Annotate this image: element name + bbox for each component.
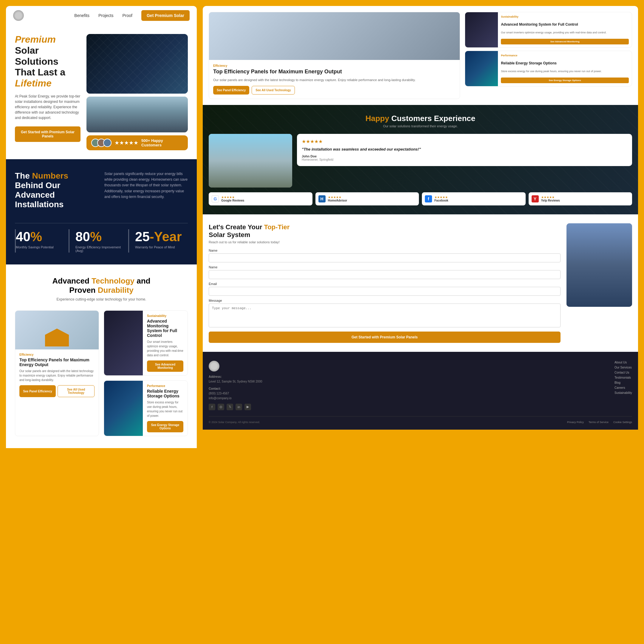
stats-description: Solar panels significantly reduce your e…	[104, 171, 188, 200]
hero-section: Premium Solar Solutions That Last a Life…	[6, 25, 197, 159]
testimonial-house-graphic	[209, 134, 292, 188]
facebook-stars: ★★★★★	[434, 196, 448, 199]
mini-desc-monitoring: Our smart inverters optimize energy usag…	[501, 31, 629, 35]
testimonials-section: Happy Customers Experience Our solar sol…	[203, 105, 638, 214]
footer-privacy-policy[interactable]: Privacy Policy	[567, 421, 584, 424]
navigation: Benefits Projects Proof Get Premium Sola…	[6, 6, 197, 25]
contact-form: Let's Create Your Top-TierSolar System R…	[209, 223, 561, 343]
testimonial-quote: "The installation was seamless and excee…	[302, 147, 627, 152]
product-tag-efficiency: Efficiency	[213, 64, 456, 67]
testimonial-quote-box: ★★★★★ "The installation was seamless and…	[297, 134, 632, 166]
house-graphic	[15, 311, 99, 349]
yelp-platform[interactable]: Y ★★★★★ Yelp Reviews	[529, 192, 632, 205]
contact-image	[566, 223, 632, 307]
product-cards-small-stack: Sustainability Advanced Monitoring Syste…	[465, 12, 632, 99]
footer-links: About Us Our Services Contact Us Testimo…	[277, 361, 632, 394]
product-panels-body: Efficiency Top Efficiency Panels for Max…	[209, 60, 460, 99]
nav-projects[interactable]: Projects	[98, 13, 114, 18]
tech-card-panels-body: Efficiency Top Efficiency Panels for Max…	[15, 349, 99, 401]
stat-efficiency-label: Energy Efficiency Improvement (Avg)	[75, 245, 122, 253]
tech-grid: Efficiency Top Efficiency Panels for Max…	[15, 310, 188, 436]
nav-links: Benefits Projects Proof Get Premium Sola…	[74, 10, 190, 21]
footer-bottom: © 2024 Solar Company. All rights reserve…	[209, 416, 632, 424]
email-input[interactable]	[209, 287, 561, 296]
stats-title: The Numbers Behind OurAdvanced Installat…	[15, 171, 98, 209]
mini-desc-storage: Store excess energy for use during peak …	[501, 69, 629, 73]
right-see-panel-efficiency-button[interactable]: See Panel Efficiency	[213, 86, 249, 95]
youtube-social-icon[interactable]: ▶	[244, 404, 251, 410]
testimonial-stars: ★★★★★	[302, 139, 627, 144]
footer-link-column: About Us Our Services Contact Us Testimo…	[614, 361, 632, 394]
product-card-storage-mini: Performance Reliable Energy Storage Opti…	[465, 51, 632, 86]
name1-input[interactable]	[209, 253, 561, 262]
footer-link-contact[interactable]: Contact Us	[614, 371, 632, 374]
nav-benefits[interactable]: Benefits	[74, 13, 89, 18]
nav-cta-button[interactable]: Get Premium Solar	[141, 10, 190, 21]
stat-efficiency: 80% Energy Efficiency Improvement (Avg)	[69, 229, 128, 253]
twitter-social-icon[interactable]: 𝕏	[227, 404, 233, 410]
product-panels-image	[209, 12, 460, 60]
right-see-all-technology-button[interactable]: See All Used Technology	[252, 86, 295, 95]
message-label: Message	[209, 299, 561, 302]
name2-label: Name	[209, 265, 561, 269]
tech-right-column: Sustainability Advanced Monitoring Syste…	[104, 310, 188, 436]
footer-link-sustainability[interactable]: Sustainability	[614, 391, 632, 394]
footer-link-about[interactable]: About Us	[614, 361, 632, 364]
hero-stars: ★★★★★	[114, 140, 138, 146]
yelp-icon: Y	[532, 195, 539, 202]
hero-cta-button[interactable]: Get Started with Premium Solar Panels	[15, 126, 81, 142]
footer-address-text: Level 12, Sample St, Sydney NSW 2000	[209, 380, 262, 383]
footer-cookie-settings[interactable]: Cookie Settings	[613, 421, 632, 424]
contact-section: Let's Create Your Top-TierSolar System R…	[203, 214, 638, 352]
stats-title-gold: Numbers	[32, 171, 68, 180]
yelp-stars: ★★★★★	[541, 196, 560, 199]
avatar-3	[103, 139, 112, 147]
see-panel-efficiency-button[interactable]: See Panel Efficiency	[19, 385, 56, 397]
homeadvisor-platform[interactable]: H ★★★★★ HomeAdvisor	[315, 192, 419, 205]
contact-title: Let's Create Your Top-TierSolar System	[209, 223, 561, 239]
nav-proof[interactable]: Proof	[122, 13, 132, 18]
footer-address: Address: Level 12, Sample St, Sydney NSW…	[209, 374, 268, 384]
tech-card-panels: Efficiency Top Efficiency Panels for Max…	[15, 310, 99, 436]
product-card-monitoring-mini: Sustainability Advanced Monitoring Syste…	[465, 12, 632, 48]
linkedin-social-icon[interactable]: in	[236, 404, 242, 410]
footer-link-testimonials[interactable]: Testimonials	[614, 376, 632, 379]
right-see-energy-storage-button[interactable]: See Energy Storage Options	[501, 78, 629, 83]
facebook-social-icon[interactable]: f	[209, 404, 215, 410]
contact-submit-button[interactable]: Get Started with Premium Solar Panels	[209, 332, 561, 343]
see-energy-storage-button[interactable]: See Energy Storage Options	[147, 421, 183, 432]
tech-tag-performance: Performance	[147, 384, 183, 388]
footer-link-careers[interactable]: Careers	[614, 386, 632, 389]
product-storage-mini-body: Performance Reliable Energy Storage Opti…	[498, 51, 632, 86]
name1-label: Name	[209, 249, 561, 252]
stat-savings: 40% Monthly Savings Potential	[15, 229, 69, 253]
stat-savings-label: Monthly Savings Potential	[16, 245, 63, 249]
message-textarea[interactable]	[209, 304, 561, 327]
mini-tag-sustainability: Sustainability	[501, 15, 629, 18]
worker-install-graphic	[566, 223, 632, 307]
hero-images: ★★★★★ 500+ Happy Customers	[86, 34, 188, 150]
google-reviews-platform[interactable]: G ★★★★★ Google Reviews	[209, 192, 312, 205]
hero-title: Premium Solar Solutions That Last a Life…	[15, 34, 81, 89]
right-see-advanced-monitoring-button[interactable]: See Advanced Monitoring	[501, 39, 629, 44]
footer-link-services[interactable]: Our Services	[614, 366, 632, 369]
stat-savings-number: 40%	[16, 229, 63, 244]
nav-logo	[13, 10, 24, 21]
tech-tag-sustainability: Sustainability	[147, 314, 183, 318]
mini-title-storage: Reliable Energy Storage Options	[501, 61, 629, 65]
solar-panel-graphic	[86, 34, 188, 94]
see-all-technology-button[interactable]: See All Used Technology	[58, 385, 95, 397]
footer: Address: Level 12, Sample St, Sydney NSW…	[203, 352, 638, 430]
footer-link-blog[interactable]: Blog	[614, 381, 632, 384]
hero-title-plain: Solar Solutions That Last a	[15, 45, 65, 78]
google-icon: G	[212, 195, 219, 202]
footer-top: Address: Level 12, Sample St, Sydney NSW…	[209, 361, 632, 410]
name2-input[interactable]	[209, 270, 561, 279]
footer-terms-of-service[interactable]: Terms of Service	[589, 421, 609, 424]
facebook-platform[interactable]: f ★★★★★ Facebook	[422, 192, 526, 205]
instagram-social-icon[interactable]: ◎	[218, 404, 224, 410]
see-advanced-monitoring-button[interactable]: See Advanced Monitoring	[147, 360, 183, 372]
stat-warranty: 25-Year Warranty for Peace of Mind	[128, 229, 188, 253]
tech-card-storage: Performance Reliable Energy Storage Opti…	[104, 380, 188, 436]
hero-title-gold1: Premium	[15, 34, 56, 45]
